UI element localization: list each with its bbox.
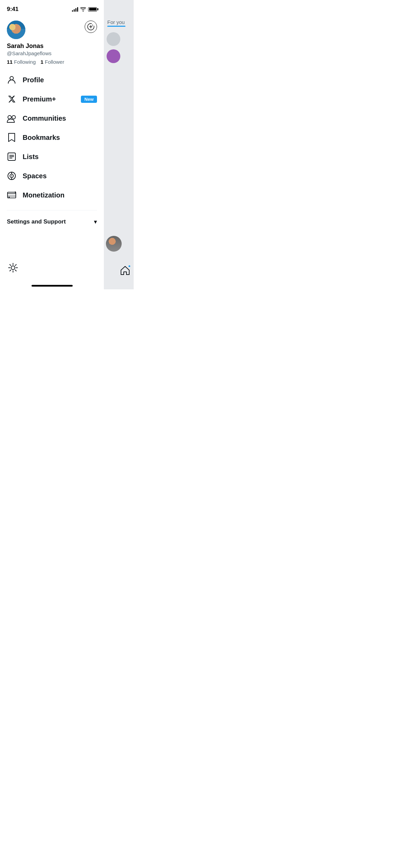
nav-communities-label: Communities: [23, 114, 97, 122]
home-icon-side[interactable]: [120, 265, 130, 277]
for-you-underline: [107, 26, 125, 27]
following-stat[interactable]: 11 Following: [7, 59, 36, 65]
followers-stat[interactable]: 1 Follower: [40, 59, 64, 65]
nav-item-premium[interactable]: Premium+ New: [0, 89, 104, 109]
home-notification-dot: [128, 265, 131, 268]
nav-item-lists[interactable]: Lists: [0, 147, 104, 166]
bottom-divider: [7, 210, 97, 210]
svg-point-0: [83, 11, 84, 12]
svg-line-25: [15, 270, 16, 271]
follow-stats: 11 Following 1 Follower: [7, 59, 97, 65]
svg-point-13: [11, 176, 12, 177]
side-avatar-2: [107, 49, 120, 63]
x-logo-icon: [7, 94, 16, 104]
battery-icon: [88, 7, 97, 12]
chevron-down-icon: ▾: [94, 218, 97, 226]
side-bottom-user: [106, 236, 122, 252]
side-avatar-1: [107, 32, 120, 46]
home-indicator: [0, 285, 104, 289]
spaces-icon: [7, 171, 16, 181]
settings-support-section[interactable]: Settings and Support ▾: [0, 213, 104, 230]
svg-point-5: [8, 116, 11, 119]
nav-lists-label: Lists: [23, 153, 97, 161]
nav-item-monetization[interactable]: Monetization: [0, 185, 104, 205]
status-icons: [72, 7, 97, 12]
svg-line-27: [10, 270, 11, 271]
user-display-name: Sarah Jonas: [7, 43, 97, 50]
profile-header: +: [7, 21, 97, 39]
nav-item-communities[interactable]: Communities: [0, 109, 104, 128]
wifi-icon: [80, 7, 86, 12]
nav-profile-label: Profile: [23, 76, 97, 84]
nav-spaces-label: Spaces: [23, 172, 97, 180]
main-drawer-panel: 9:41: [0, 0, 104, 289]
status-bar: 9:41: [0, 0, 104, 16]
side-panel: For you: [104, 0, 134, 289]
settings-support-label: Settings and Support: [7, 218, 66, 225]
monetization-icon: [7, 190, 16, 200]
nav-monetization-label: Monetization: [23, 191, 97, 199]
display-toggle-button[interactable]: [7, 262, 19, 274]
bottom-area: [0, 255, 104, 285]
svg-line-24: [10, 265, 11, 266]
user-handle: @SarahJpageflows: [7, 50, 97, 56]
avatar[interactable]: [7, 21, 25, 39]
nav-premium-label: Premium+: [23, 95, 75, 103]
add-account-button[interactable]: +: [85, 21, 97, 33]
signal-icon: [72, 7, 78, 12]
nav-menu: Profile Premium+ New: [0, 68, 104, 207]
communities-icon: [7, 113, 16, 123]
bookmark-icon: [7, 133, 16, 142]
svg-point-6: [12, 116, 15, 119]
nav-item-spaces[interactable]: Spaces: [0, 166, 104, 185]
svg-text:+: +: [92, 24, 93, 26]
for-you-label: For you: [106, 17, 132, 26]
nav-item-bookmarks[interactable]: Bookmarks: [0, 128, 104, 147]
lists-icon: [7, 152, 16, 161]
premium-new-badge: New: [81, 96, 97, 103]
profile-section: + Sarah Jonas @SarahJpageflows 11 Follow…: [0, 16, 104, 68]
nav-item-profile[interactable]: Profile: [0, 70, 104, 89]
svg-point-4: [10, 76, 13, 80]
status-time: 9:41: [7, 6, 19, 13]
svg-point-18: [9, 197, 10, 198]
svg-point-19: [11, 266, 15, 270]
person-icon: [7, 75, 16, 85]
nav-bookmarks-label: Bookmarks: [23, 134, 97, 142]
svg-line-26: [15, 265, 16, 266]
